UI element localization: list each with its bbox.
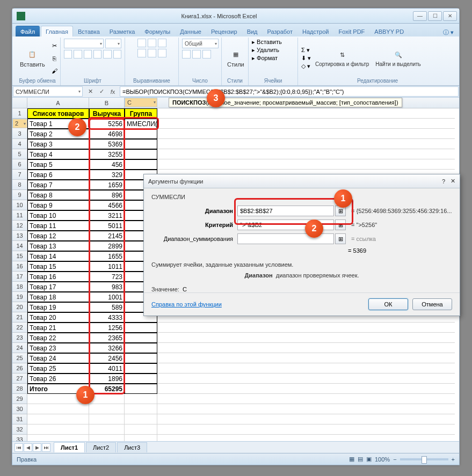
fx-icon[interactable]: fx — [108, 87, 118, 97]
row-header[interactable]: 12 — [12, 221, 27, 231]
find-button[interactable]: 🔍Найти и выделить — [373, 48, 423, 68]
row-header[interactable]: 14 — [12, 241, 27, 251]
italic-button[interactable] — [74, 50, 82, 58]
row-header[interactable]: 2 — [12, 119, 27, 128]
cell-a[interactable]: Товар 13 — [27, 241, 89, 251]
cell-b[interactable]: 456 — [89, 159, 125, 170]
cell-c[interactable] — [125, 333, 157, 343]
cell-a[interactable]: Товар 12 — [27, 231, 89, 241]
clear-icon[interactable]: ◇ ▾ — [301, 63, 311, 70]
sheet-nav-next[interactable]: ▶ — [33, 443, 41, 452]
cell-b[interactable]: 3255 — [89, 149, 125, 159]
tab-addins[interactable]: Надстрой — [297, 26, 333, 36]
cell-c[interactable] — [125, 343, 157, 353]
cell-a[interactable]: Товар 3 — [27, 139, 89, 149]
cell-c[interactable] — [125, 384, 157, 394]
cell-a[interactable]: Товар 21 — [27, 323, 89, 333]
row-header[interactable]: 29 — [12, 394, 27, 404]
ok-button[interactable]: ОК — [368, 298, 408, 310]
cell[interactable] — [157, 323, 455, 333]
row-header[interactable]: 31 — [12, 414, 27, 424]
view-normal-icon[interactable]: ▦ — [349, 456, 354, 463]
cell-a[interactable]: Товар 20 — [27, 312, 89, 323]
cell[interactable] — [157, 353, 455, 363]
cell-a[interactable]: Товар 10 — [27, 210, 89, 221]
row-header[interactable]: 28 — [12, 384, 27, 394]
tab-formulas[interactable]: Формулы — [140, 26, 175, 36]
view-layout-icon[interactable]: ▤ — [358, 456, 363, 463]
sheet-tab-2[interactable]: Лист2 — [86, 442, 116, 452]
cell-a[interactable]: Товар 23 — [27, 343, 89, 353]
row-header[interactable]: 23 — [12, 333, 27, 343]
cancel-button[interactable]: Отмена — [412, 298, 452, 310]
cancel-formula-icon[interactable]: ✕ — [85, 87, 95, 97]
cell[interactable] — [157, 129, 455, 139]
cell[interactable] — [125, 394, 157, 404]
cell-a[interactable]: Товар 16 — [27, 272, 89, 282]
close-button[interactable]: ✕ — [443, 11, 457, 21]
cell-b[interactable]: 2899 — [89, 241, 125, 251]
zoom-out-icon[interactable]: − — [393, 456, 396, 463]
row-header[interactable]: 27 — [12, 374, 27, 384]
percent-icon[interactable] — [192, 50, 201, 58]
cell[interactable] — [157, 149, 455, 159]
cell-a[interactable]: Товар 17 — [27, 282, 89, 292]
criteria-picker-icon[interactable]: ⊞ — [335, 219, 346, 230]
cell-c[interactable] — [125, 353, 157, 363]
cell-b[interactable]: 5256 — [89, 119, 125, 129]
cell[interactable] — [157, 394, 455, 404]
row-header[interactable]: 11 — [12, 210, 27, 221]
format-painter-icon[interactable]: 🖌 — [49, 65, 60, 76]
fill-down-icon[interactable]: ⬇ ▾ — [301, 55, 311, 62]
autosum-icon[interactable]: Σ ▾ — [301, 47, 311, 54]
row-header[interactable]: 21 — [12, 312, 27, 323]
cell-a[interactable]: Товар 6 — [27, 170, 89, 180]
cell-c[interactable] — [125, 159, 157, 170]
cells-insert[interactable]: ▸ Вставить — [252, 39, 282, 46]
accept-formula-icon[interactable]: ✓ — [97, 87, 106, 97]
cell-b[interactable]: 723 — [89, 272, 125, 282]
cell-a[interactable]: Товар 19 — [27, 302, 89, 312]
cell[interactable] — [157, 139, 455, 149]
sheet-nav-first[interactable]: ⏮ — [14, 443, 23, 452]
cell-b[interactable]: 2456 — [89, 353, 125, 363]
cell-c[interactable] — [125, 149, 157, 159]
cell-a[interactable]: Товар 24 — [27, 353, 89, 363]
tab-home[interactable]: Главная — [41, 26, 73, 36]
row-header[interactable]: 18 — [12, 282, 27, 292]
cell-b[interactable]: 589 — [89, 302, 125, 312]
currency-icon[interactable] — [182, 50, 191, 58]
cell-b[interactable]: 1256 — [89, 323, 125, 333]
cell-c[interactable]: ММЕСЛИ( — [125, 119, 157, 129]
cell-b[interactable]: 2145 — [89, 231, 125, 241]
cell-c[interactable] — [125, 323, 157, 333]
align-right[interactable] — [158, 49, 166, 57]
cell-a[interactable]: Товар 18 — [27, 292, 89, 302]
cell[interactable] — [89, 414, 125, 424]
dialog-help-link[interactable]: Справка по этой функции — [151, 301, 222, 307]
cell[interactable] — [157, 414, 455, 424]
select-all-corner[interactable] — [12, 98, 27, 108]
cell-b[interactable]: 3266 — [89, 343, 125, 353]
cell[interactable] — [27, 414, 89, 424]
align-center[interactable] — [148, 49, 156, 57]
cell-b[interactable]: 4698 — [89, 129, 125, 139]
minimize-button[interactable]: — — [413, 11, 427, 21]
cell[interactable] — [89, 404, 125, 414]
cell-a[interactable]: Товар 25 — [27, 363, 89, 374]
cells-delete[interactable]: ▸ Удалить — [252, 47, 279, 54]
cell-b[interactable]: 3211 — [89, 210, 125, 221]
row-header[interactable]: 9 — [12, 190, 27, 200]
comma-icon[interactable] — [202, 50, 211, 58]
row-header[interactable]: 25 — [12, 353, 27, 363]
sheet-tab-1[interactable]: Лист1 — [54, 442, 85, 452]
header-a[interactable]: Список товаров — [27, 108, 89, 119]
align-top[interactable] — [137, 39, 146, 47]
row-header[interactable]: 3 — [12, 129, 27, 139]
tab-abbyy[interactable]: ABBYY PD — [369, 26, 409, 36]
row-header[interactable]: 20 — [12, 302, 27, 312]
cell-a[interactable]: Товар 26 — [27, 374, 89, 384]
align-left[interactable] — [137, 49, 146, 57]
input-range[interactable] — [237, 206, 334, 216]
tab-review[interactable]: Рецензир — [206, 26, 242, 36]
